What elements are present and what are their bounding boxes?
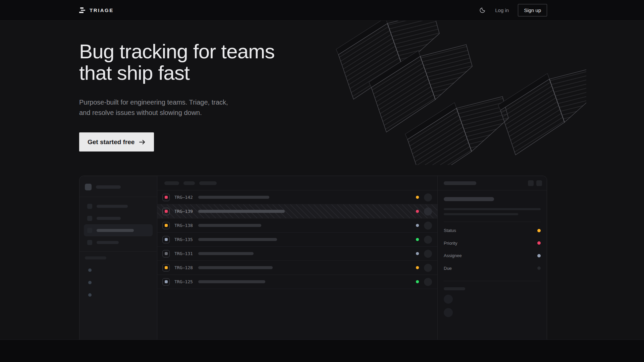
sidebar-nav: [79, 197, 157, 251]
issue-type-icon: [162, 208, 170, 215]
login-link[interactable]: Log in: [495, 7, 509, 13]
issue-row[interactable]: TRG–125: [157, 275, 437, 289]
nav-icon: [87, 204, 92, 209]
nav-icon: [87, 216, 92, 221]
issue-row[interactable]: TRG–139: [157, 204, 437, 219]
header-actions: Log in Sign up: [479, 4, 547, 16]
workspace-switcher[interactable]: [79, 176, 157, 197]
nav-icon: [87, 228, 92, 233]
hero-section: Bug tracking for teamsthat ship fast Pur…: [0, 21, 644, 340]
project-dot[interactable]: [88, 293, 92, 297]
issue-title-skeleton: [198, 252, 254, 255]
issue-row[interactable]: TRG–128: [157, 261, 437, 275]
detail-action-button[interactable]: [528, 180, 534, 186]
nav-label-skeleton: [97, 205, 128, 208]
filter-pill-skeleton[interactable]: [164, 181, 179, 185]
issue-list: TRG–142 TRG–139 TRG–138: [157, 176, 437, 340]
issue-id: TRG–131: [174, 251, 196, 256]
issue-status-dot: [416, 196, 419, 199]
issue-title-skeleton: [198, 280, 265, 283]
issue-type-icon: [162, 222, 170, 229]
comment-avatar: [444, 308, 453, 317]
issue-id: TRG–138: [174, 223, 196, 228]
assignee-avatar: [424, 264, 432, 272]
assignee-avatar: [424, 236, 432, 244]
issue-title-skeleton: [198, 266, 273, 269]
project-dot[interactable]: [88, 281, 92, 284]
hero-subtitle: Purpose-built for engineering teams. Tri…: [79, 97, 240, 118]
filter-pill-skeleton[interactable]: [199, 181, 217, 185]
issue-status-dot: [416, 210, 419, 213]
sidebar-item[interactable]: [84, 200, 153, 212]
field-row-due[interactable]: Due: [444, 262, 541, 275]
moon-icon: [479, 7, 486, 13]
wireframe-graphic: [335, 21, 586, 165]
detail-desc-skeleton: [444, 213, 518, 215]
dark-mode-toggle[interactable]: [479, 7, 486, 14]
assignee-avatar: [424, 222, 432, 230]
field-label: Status: [444, 228, 456, 233]
assignee-avatar: [424, 250, 432, 258]
workspace-avatar: [85, 184, 92, 190]
sidebar-item[interactable]: [84, 212, 153, 224]
hero-title: Bug tracking for teamsthat ship fast: [79, 41, 275, 84]
detail-action-button[interactable]: [536, 180, 542, 186]
triage-bars-icon: [79, 7, 86, 13]
field-row-priority[interactable]: Priority: [444, 237, 541, 250]
filter-pill-skeleton[interactable]: [183, 181, 195, 185]
issue-type-icon: [162, 194, 170, 201]
nav-label-skeleton: [97, 217, 121, 220]
issue-row[interactable]: TRG–142: [157, 190, 437, 204]
field-row-assignee[interactable]: Assignee: [444, 249, 541, 262]
signup-button[interactable]: Sign up: [518, 4, 547, 16]
activity-label-skeleton: [444, 287, 465, 290]
issue-status-dot: [416, 266, 419, 269]
detail-desc-skeleton: [444, 208, 541, 210]
issue-id: TRG–139: [174, 209, 196, 214]
field-dot: [537, 254, 541, 257]
issue-status-dot: [416, 280, 419, 283]
sidebar-item[interactable]: [84, 236, 153, 248]
issue-row[interactable]: TRG–138: [157, 219, 437, 233]
issue-status-dot: [416, 252, 419, 255]
detail-breadcrumb-skeleton: [444, 181, 476, 185]
issue-title-skeleton: [198, 224, 261, 227]
issue-id: TRG–142: [174, 195, 196, 200]
field-dot: [537, 266, 541, 270]
brand-logo[interactable]: TRIAGE: [79, 7, 114, 13]
issue-title-skeleton: [198, 238, 277, 241]
arrow-right-icon: [139, 139, 146, 145]
field-label: Priority: [444, 241, 457, 246]
issue-row[interactable]: TRG–135: [157, 233, 437, 247]
issue-type-icon: [162, 236, 170, 243]
assignee-avatar: [424, 193, 432, 201]
brand-name: TRIAGE: [90, 7, 114, 13]
issue-status-dot: [416, 224, 419, 227]
detail-body: Status Priority Assignee Due: [438, 190, 547, 317]
issue-status-dot: [416, 238, 419, 241]
divider: [80, 251, 157, 252]
issue-detail-panel: Status Priority Assignee Due: [437, 176, 547, 340]
nav-icon: [87, 240, 92, 245]
field-dot: [537, 241, 541, 245]
nav-label-skeleton: [97, 229, 134, 232]
issue-type-icon: [162, 278, 170, 286]
project-dot[interactable]: [88, 268, 92, 272]
detail-header: [438, 176, 547, 190]
issue-id: TRG–125: [174, 279, 196, 284]
assignee-avatar: [424, 207, 432, 216]
workspace-name-skeleton: [96, 185, 121, 189]
issue-title-skeleton: [198, 196, 269, 199]
issue-type-icon: [162, 264, 170, 272]
top-navbar: TRIAGE Log in Sign up: [0, 0, 644, 21]
issue-title-skeleton: [198, 210, 285, 213]
sidebar-item-active[interactable]: [84, 224, 153, 236]
section-label-skeleton: [85, 256, 106, 259]
nav-label-skeleton: [97, 241, 119, 244]
field-dot: [537, 229, 541, 232]
issue-row[interactable]: TRG–131: [157, 247, 437, 261]
field-row-status[interactable]: Status: [444, 224, 541, 237]
assignee-avatar: [424, 278, 432, 286]
mockup-sidebar: [79, 176, 157, 340]
get-started-button[interactable]: Get started free: [79, 132, 154, 152]
